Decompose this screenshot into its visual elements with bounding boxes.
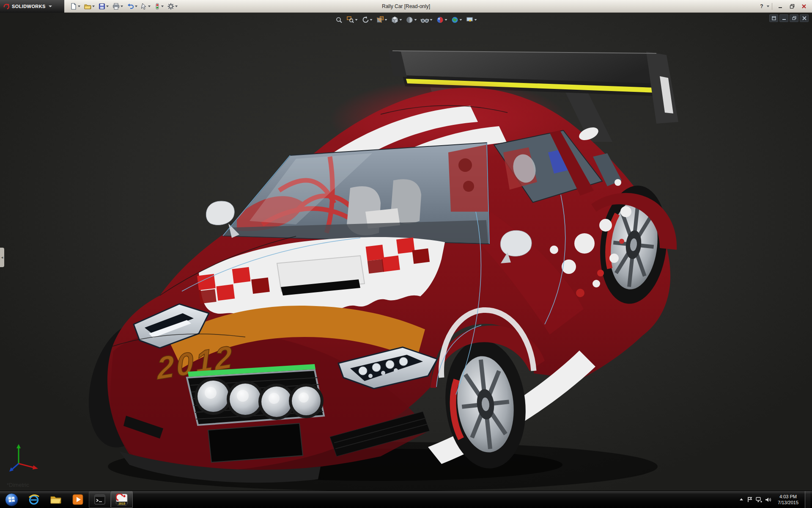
solidworks-version-badge: 2015 — [118, 502, 125, 505]
windows-flag-icon — [8, 496, 15, 503]
quick-access-toolbar — [69, 1, 179, 11]
edit-appearance-button[interactable] — [435, 15, 449, 25]
help-button[interactable]: ? — [757, 2, 766, 11]
command-prompt-icon — [94, 494, 105, 505]
dock-window-icon — [772, 16, 776, 20]
solidworks-app-icon: 2015 — [116, 494, 128, 505]
start-button[interactable] — [0, 491, 23, 508]
show-desktop-button[interactable] — [805, 491, 810, 508]
license-plate — [208, 423, 303, 462]
internet-explorer-icon — [28, 494, 40, 505]
heads-up-view-toolbar — [334, 15, 478, 25]
close-icon — [801, 4, 807, 9]
undo-arrow-icon — [127, 3, 134, 10]
help-caret-icon[interactable] — [767, 6, 769, 7]
minimize-document-icon — [782, 16, 786, 20]
apply-scene-globe-icon — [451, 16, 459, 24]
action-center-flag-icon[interactable] — [747, 497, 753, 502]
display-style-button[interactable] — [405, 15, 418, 25]
printer-icon — [112, 3, 120, 10]
solidworks-logo-text: SOLIDWORKS — [12, 4, 46, 9]
document-window-controls — [769, 14, 809, 22]
zoom-area-button[interactable] — [346, 15, 359, 25]
previous-view-button[interactable] — [360, 15, 374, 25]
new-document-icon — [70, 3, 77, 10]
dock-window-button[interactable] — [769, 14, 778, 22]
view-orientation-cube-icon — [391, 16, 399, 24]
hide-show-items-button[interactable] — [420, 15, 434, 25]
restore-document-button[interactable] — [790, 14, 798, 22]
minimize-icon — [778, 4, 783, 9]
taskbar-item-command-prompt[interactable] — [89, 491, 111, 508]
volume-icon[interactable] — [765, 497, 771, 502]
section-view-icon — [376, 16, 384, 24]
menu-expand-caret-icon[interactable] — [49, 6, 52, 7]
view-orientation-label: *Dimetric — [7, 482, 29, 488]
taskbar-item-solidworks[interactable]: 2015 — [111, 491, 133, 508]
print-button[interactable] — [111, 1, 125, 11]
save-button[interactable] — [97, 1, 110, 11]
options-button[interactable] — [166, 1, 179, 11]
rally-car-model[interactable]: 2012 — [0, 13, 812, 491]
tray-icons — [739, 497, 771, 502]
undo-button[interactable] — [125, 1, 139, 11]
open-folder-icon — [84, 3, 91, 10]
windshield — [223, 143, 489, 244]
select-button[interactable] — [140, 1, 152, 11]
taskbar-clock[interactable]: 4:03 PM 7/13/2015 — [775, 494, 801, 506]
divider — [772, 3, 772, 10]
section-view-button[interactable] — [375, 15, 389, 25]
taskbar-item-file-explorer[interactable] — [45, 491, 67, 508]
graphics-area[interactable]: ◄ — [0, 13, 812, 491]
zoom-area-icon — [347, 16, 354, 24]
close-button[interactable] — [798, 2, 809, 11]
open-button[interactable] — [82, 1, 96, 11]
system-tray: 4:03 PM 7/13/2015 — [739, 491, 812, 508]
select-cursor-icon — [141, 3, 147, 10]
taskbar: 2015 4:03 PM 7/13/2015 — [0, 491, 812, 508]
restore-icon — [790, 4, 795, 9]
show-hidden-icons-button[interactable] — [739, 497, 744, 502]
solidworks-logo-icon — [3, 3, 10, 10]
solidworks-menu-logo[interactable]: SOLIDWORKS — [0, 0, 64, 13]
edit-appearance-sphere-icon — [436, 16, 444, 24]
orientation-triad-icon — [8, 442, 42, 474]
taskbar-item-internet-explorer[interactable] — [23, 491, 45, 508]
clock-time: 4:03 PM — [778, 494, 798, 500]
view-settings-icon — [466, 16, 474, 24]
minimize-document-button[interactable] — [779, 14, 788, 22]
zoom-to-fit-icon — [335, 16, 343, 24]
zoom-to-fit-button[interactable] — [334, 15, 344, 25]
view-settings-button[interactable] — [465, 15, 478, 25]
restore-button[interactable] — [787, 2, 798, 11]
titlebar: SOLIDWORKS — [0, 0, 812, 13]
front-grille — [187, 364, 324, 425]
network-icon[interactable] — [756, 497, 762, 502]
folder-icon — [50, 494, 62, 505]
window-controls: ? — [757, 2, 812, 11]
feature-manager-collapse-tab[interactable]: ◄ — [0, 248, 4, 267]
restore-document-icon — [792, 16, 796, 20]
rebuild-icon — [154, 3, 160, 10]
rebuild-button[interactable] — [153, 1, 165, 11]
previous-view-icon — [362, 16, 369, 24]
apply-scene-button[interactable] — [450, 15, 464, 25]
view-orientation-button[interactable] — [390, 15, 403, 25]
media-player-icon — [72, 494, 83, 505]
close-document-button[interactable] — [800, 14, 809, 22]
display-style-icon — [406, 16, 414, 24]
clock-date: 7/13/2015 — [778, 500, 798, 505]
hide-show-glasses-icon — [421, 16, 429, 24]
new-button[interactable] — [69, 1, 82, 11]
document-title: Rally Car [Read-only] — [382, 3, 430, 9]
minimize-button[interactable] — [775, 2, 786, 11]
taskbar-item-media-player[interactable] — [67, 491, 89, 508]
save-disk-icon — [99, 3, 105, 10]
options-gear-icon — [167, 3, 174, 10]
close-document-icon — [802, 16, 807, 20]
